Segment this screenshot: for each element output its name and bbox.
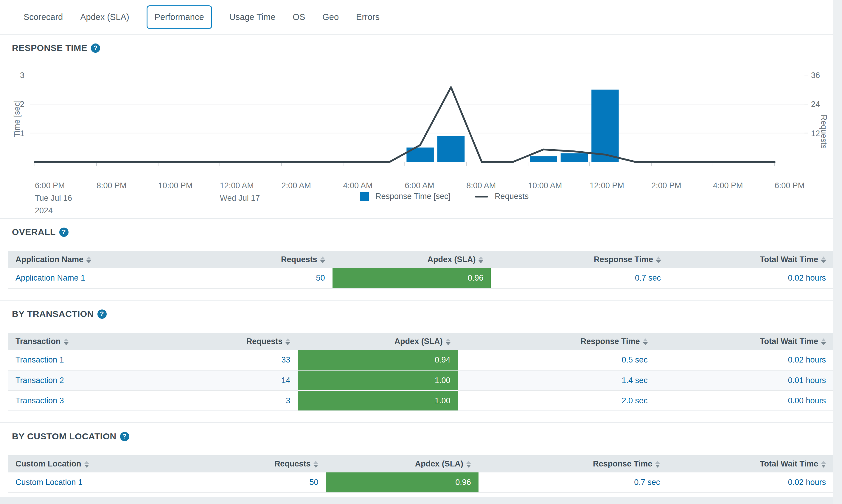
requests-value: 50 xyxy=(191,472,326,493)
tab-os[interactable]: OS xyxy=(292,12,305,22)
table-row: Application Name 1 50 0.96 0.7 sec 0.02 … xyxy=(8,268,834,288)
sort-icon[interactable] xyxy=(313,461,318,468)
col-header-application-name[interactable]: Application Name xyxy=(8,251,203,268)
response-time-value: 1.4 sec xyxy=(458,370,655,391)
tab-scorecard[interactable]: Scorecard xyxy=(23,12,63,22)
col-header-label: Application Name xyxy=(16,255,84,264)
sort-icon[interactable] xyxy=(64,338,69,345)
requests-value: 33 xyxy=(166,350,298,370)
sort-icon[interactable] xyxy=(643,338,648,345)
col-header-response-time[interactable]: Response Time xyxy=(479,455,667,472)
col-header-apdex[interactable]: Apdex (SLA) xyxy=(326,455,478,472)
section-divider xyxy=(0,218,834,219)
col-header-label: Apdex (SLA) xyxy=(394,337,443,346)
section-title-text: RESPONSE TIME xyxy=(12,43,87,53)
transaction-link[interactable]: Transaction 3 xyxy=(8,391,166,411)
right-axis-tick-label: 24 xyxy=(811,100,820,109)
tab-performance[interactable]: Performance xyxy=(147,5,212,29)
col-header-custom-location[interactable]: Custom Location xyxy=(8,455,191,472)
table-header-row: Transaction Requests Apdex (SLA) Respons… xyxy=(8,333,834,350)
sort-icon[interactable] xyxy=(479,256,483,263)
col-header-label: Total Wait Time xyxy=(760,255,818,264)
section-title-text: BY TRANSACTION xyxy=(12,309,94,319)
sort-icon[interactable] xyxy=(285,338,290,345)
apdex-cell: 0.96 xyxy=(333,268,491,288)
apdex-value: 0.94 xyxy=(435,355,450,365)
x-axis-tick-sublabel: 2024 xyxy=(35,206,53,215)
col-header-label: Response Time xyxy=(593,459,652,468)
col-header-total-wait-time[interactable]: Total Wait Time xyxy=(668,251,834,268)
col-header-total-wait-time[interactable]: Total Wait Time xyxy=(667,455,834,472)
x-axis-tick-label: 8:00 PM xyxy=(96,181,127,190)
sort-icon[interactable] xyxy=(821,338,826,345)
custom-location-link[interactable]: Custom Location 1 xyxy=(8,472,191,493)
tab-apdex-sla[interactable]: Apdex (SLA) xyxy=(80,12,129,22)
col-header-total-wait-time[interactable]: Total Wait Time xyxy=(655,333,834,350)
apdex-bar: 0.96 xyxy=(333,268,491,288)
sort-icon[interactable] xyxy=(320,256,325,263)
chart-bar xyxy=(530,156,557,162)
chart-bar xyxy=(437,136,465,162)
help-icon[interactable]: ? xyxy=(91,43,100,53)
requests-value: 14 xyxy=(166,370,298,391)
response-time-chart: 112224336Time [sec]Requests6:00 PMTue Ju… xyxy=(0,57,842,218)
table-row: Custom Location 1 50 0.96 0.7 sec 0.02 h… xyxy=(8,472,834,493)
sort-icon[interactable] xyxy=(821,256,826,263)
col-header-response-time[interactable]: Response Time xyxy=(491,251,668,268)
apdex-value: 0.96 xyxy=(468,273,484,283)
section-title-by-custom-location: BY CUSTOM LOCATION ? xyxy=(12,431,842,442)
col-header-label: Requests xyxy=(274,459,311,468)
apdex-bar: 0.96 xyxy=(326,472,478,492)
col-header-apdex[interactable]: Apdex (SLA) xyxy=(298,333,458,350)
tab-usage-time[interactable]: Usage Time xyxy=(229,12,275,22)
apdex-cell: 1.00 xyxy=(298,391,458,411)
tab-errors[interactable]: Errors xyxy=(356,12,380,22)
application-name-link[interactable]: Application Name 1 xyxy=(8,268,203,288)
col-header-transaction[interactable]: Transaction xyxy=(8,333,166,350)
help-icon[interactable]: ? xyxy=(59,228,69,237)
help-icon[interactable]: ? xyxy=(97,309,107,319)
sort-icon[interactable] xyxy=(656,256,661,263)
apdex-cell: 0.94 xyxy=(298,350,458,370)
x-axis-tick-label: 12:00 AM xyxy=(220,181,254,190)
right-axis-tick-label: 12 xyxy=(811,129,820,138)
sort-icon[interactable] xyxy=(86,256,91,263)
col-header-apdex[interactable]: Apdex (SLA) xyxy=(333,251,491,268)
x-axis-tick-label: 4:00 AM xyxy=(343,181,373,190)
col-header-label: Response Time xyxy=(594,255,653,264)
tab-geo[interactable]: Geo xyxy=(322,12,339,22)
apdex-bar: 1.00 xyxy=(298,371,458,390)
col-header-requests[interactable]: Requests xyxy=(203,251,332,268)
table-header-row: Custom Location Requests Apdex (SLA) Res… xyxy=(8,455,834,472)
col-header-label: Custom Location xyxy=(16,459,81,468)
col-header-response-time[interactable]: Response Time xyxy=(458,333,655,350)
section-by-transaction: BY TRANSACTION ? Transaction Requests Ap… xyxy=(0,309,842,411)
section-divider xyxy=(0,422,834,423)
response-time-value: 2.0 sec xyxy=(458,391,655,411)
col-header-requests[interactable]: Requests xyxy=(166,333,298,350)
sort-icon[interactable] xyxy=(446,338,450,345)
table-header-row: Application Name Requests Apdex (SLA) Re… xyxy=(8,251,834,268)
sort-icon[interactable] xyxy=(466,461,471,468)
col-header-requests[interactable]: Requests xyxy=(191,455,326,472)
col-header-label: Apdex (SLA) xyxy=(415,459,463,468)
help-icon[interactable]: ? xyxy=(120,432,129,441)
col-header-label: Response Time xyxy=(581,337,640,346)
apdex-bar: 1.00 xyxy=(298,391,458,411)
col-header-label: Requests xyxy=(281,255,317,264)
sort-icon[interactable] xyxy=(821,461,826,468)
left-axis-tick-label: 3 xyxy=(20,71,24,80)
transaction-link[interactable]: Transaction 1 xyxy=(8,350,166,370)
section-title-by-transaction: BY TRANSACTION ? xyxy=(12,309,842,319)
overall-table: Application Name Requests Apdex (SLA) Re… xyxy=(8,251,834,289)
section-overall: OVERALL ? Application Name Requests Apde… xyxy=(0,227,842,289)
table-row: Transaction 1 33 0.94 0.5 sec 0.02 hours xyxy=(8,350,834,370)
sort-icon[interactable] xyxy=(655,461,660,468)
legend-bar-swatch xyxy=(360,192,369,201)
chart-line xyxy=(35,87,775,162)
section-title-overall: OVERALL ? xyxy=(12,227,842,237)
legend-line-swatch xyxy=(475,196,488,197)
transaction-link[interactable]: Transaction 2 xyxy=(8,370,166,391)
sort-icon[interactable] xyxy=(84,461,89,468)
page-background-strip xyxy=(0,497,834,504)
